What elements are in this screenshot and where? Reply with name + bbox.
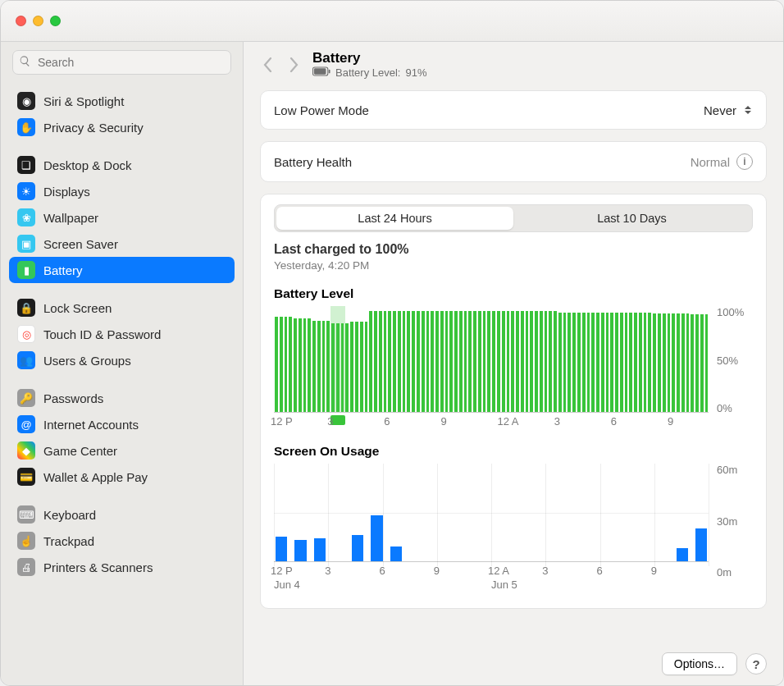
svg-rect-1 [314, 68, 326, 74]
sidebar-item-keyboard[interactable]: ⌨Keyboard [9, 501, 235, 528]
page-subtitle: Battery Level: 91% [312, 66, 427, 79]
battery-level-bar [312, 321, 316, 412]
internet-accounts-icon: @ [17, 415, 35, 433]
sidebar-item-wallet-apple-pay[interactable]: 💳Wallet & Apple Pay [9, 464, 235, 490]
sidebar-item-siri-spotlight[interactable]: ◉Siri & Spotlight [9, 88, 235, 114]
game-center-icon: ◆ [17, 441, 35, 460]
trackpad-icon: ☝ [17, 532, 35, 550]
privacy-security-icon: ✋ [17, 118, 35, 136]
sidebar-item-battery[interactable]: ▮Battery [9, 257, 235, 283]
chevron-left-icon [263, 57, 272, 72]
low-power-mode-select[interactable]: Never [704, 103, 753, 117]
sidebar-item-label: Game Center [43, 444, 117, 458]
battery-icon [312, 66, 330, 79]
sidebar-list[interactable]: ◉Siri & Spotlight✋Privacy & Security❏Des… [1, 83, 243, 585]
battery-level-bar [483, 311, 486, 412]
sidebar-item-wallpaper[interactable]: ❀Wallpaper [9, 204, 235, 231]
battery-level-chart-title: Battery Level [274, 286, 753, 301]
minimize-window-button[interactable] [33, 16, 43, 26]
battery-level-bar [393, 311, 396, 412]
battery-level-bar [681, 313, 685, 412]
zoom-window-button[interactable] [50, 16, 61, 26]
battery-level-bar [625, 313, 628, 412]
sidebar: ◉Siri & Spotlight✋Privacy & Security❏Des… [1, 42, 244, 685]
battery-level-bar [639, 313, 642, 412]
battery-level-bar [468, 311, 472, 412]
battery-level-bar [507, 311, 510, 412]
passwords-icon: 🔑 [17, 389, 35, 407]
battery-level-bar [322, 321, 326, 412]
sidebar-item-lock-screen[interactable]: 🔒Lock Screen [9, 295, 235, 321]
battery-level-bar [526, 311, 529, 412]
battery-level-bar [445, 311, 449, 412]
sidebar-item-label: Displays [43, 185, 90, 199]
battery-level-bar [535, 311, 538, 412]
battery-level-bar [497, 311, 500, 412]
help-button[interactable]: ? [745, 653, 767, 675]
battery-level-bar [345, 323, 349, 412]
displays-icon: ☀ [17, 182, 35, 200]
time-range-segmented[interactable]: Last 24 Hours Last 10 Days [274, 204, 753, 232]
sidebar-item-internet-accounts[interactable]: @Internet Accounts [9, 411, 235, 437]
keyboard-icon: ⌨ [17, 505, 35, 524]
sidebar-item-game-center[interactable]: ◆Game Center [9, 437, 235, 464]
printers-scanners-icon: 🖨 [17, 558, 35, 576]
battery-level-bar [558, 313, 562, 412]
battery-level-bar [308, 318, 311, 412]
users-groups-icon: 👥 [17, 351, 35, 369]
nav-back-button[interactable] [260, 56, 275, 74]
battery-level-bar [545, 311, 548, 412]
battery-level-bar [326, 321, 330, 412]
close-window-button[interactable] [16, 16, 26, 26]
battery-level-bar [521, 311, 524, 412]
tab-last-24-hours[interactable]: Last 24 Hours [276, 207, 513, 230]
battery-level-bar [610, 313, 613, 412]
battery-level-bar [454, 311, 458, 412]
sidebar-item-label: Printers & Scanners [43, 560, 153, 574]
wallet-apple-pay-icon: 💳 [17, 468, 35, 486]
sidebar-item-passwords[interactable]: 🔑Passwords [9, 385, 235, 411]
charging-segment [330, 306, 345, 412]
options-button[interactable]: Options… [662, 652, 737, 675]
battery-level-bar [374, 311, 377, 412]
battery-level-bar [285, 317, 288, 412]
battery-level-bar [388, 311, 391, 412]
battery-level-bar [563, 313, 567, 412]
sidebar-item-privacy-security[interactable]: ✋Privacy & Security [9, 114, 235, 140]
screen-on-usage-chart-title: Screen On Usage [274, 444, 753, 459]
sidebar-item-trackpad[interactable]: ☝Trackpad [9, 528, 235, 554]
screen-on-usage-chart: 60m30m0m 12 P36912 A369 Jun 4Jun 5 [274, 464, 753, 593]
battery-level-bar [403, 311, 406, 412]
info-icon[interactable]: i [736, 153, 753, 170]
battery-level-bar [516, 311, 519, 412]
sidebar-item-touch-id[interactable]: ◎Touch ID & Password [9, 321, 235, 347]
sidebar-item-printers-scanners[interactable]: 🖨Printers & Scanners [9, 554, 235, 580]
sidebar-item-users-groups[interactable]: 👥Users & Groups [9, 347, 235, 373]
tab-last-10-days[interactable]: Last 10 Days [513, 207, 750, 230]
chevron-up-down-icon [743, 103, 753, 117]
battery-level-bar [705, 314, 709, 412]
sidebar-item-label: Users & Groups [43, 354, 131, 368]
sidebar-item-label: Touch ID & Password [43, 327, 161, 341]
battery-level-bar [658, 313, 661, 412]
wallpaper-icon: ❀ [17, 208, 35, 226]
battery-level-bar [653, 313, 656, 412]
sidebar-item-displays[interactable]: ☀Displays [9, 178, 235, 204]
footer-bar: Options… ? [244, 643, 783, 685]
battery-level-bar [634, 313, 637, 412]
battery-level-bar [369, 311, 372, 412]
battery-level-bar [700, 314, 704, 412]
battery-icon: ▮ [17, 261, 35, 279]
touch-id-icon: ◎ [17, 325, 35, 343]
battery-level-bar [435, 311, 439, 412]
window-controls [16, 16, 61, 26]
sidebar-item-desktop-dock[interactable]: ❏Desktop & Dock [9, 152, 235, 178]
nav-forward-button[interactable] [286, 56, 301, 74]
search-input[interactable] [12, 50, 231, 75]
sidebar-item-label: Passwords [43, 391, 103, 405]
chevron-right-icon [289, 57, 299, 72]
battery-level-bar [691, 314, 694, 412]
battery-level-bar [591, 313, 595, 412]
sidebar-item-screen-saver[interactable]: ▣Screen Saver [9, 231, 235, 257]
battery-level-bar [440, 311, 444, 412]
